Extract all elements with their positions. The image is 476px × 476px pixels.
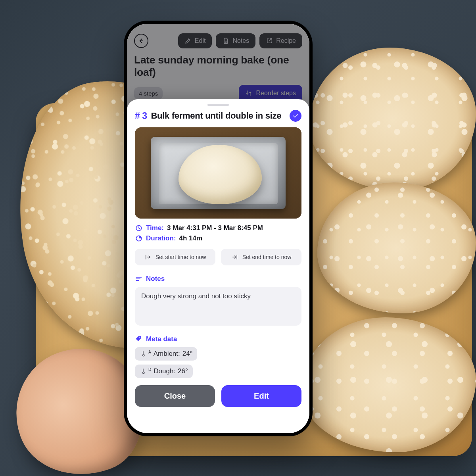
duration-row: Duration: 4h 14m: [135, 234, 301, 242]
dough-value: 26°: [178, 367, 188, 375]
ambient-sup: A: [148, 350, 151, 354]
notes-section-title: Notes: [146, 275, 165, 283]
notes-icon: [135, 275, 143, 283]
thermometer-icon: [140, 368, 147, 375]
time-value: 3 Mar 4:31 PM - 3 Mar 8:45 PM: [167, 224, 263, 232]
bread-slice: [309, 48, 476, 190]
ambient-temp-chip[interactable]: A Ambient: 24°: [135, 347, 197, 361]
duration-icon: [135, 234, 143, 242]
metadata-section-title: Meta data: [146, 335, 177, 343]
step-detail-sheet: # 3 Bulk ferment until double in size Ti…: [127, 99, 309, 433]
dough-label: Dough:: [154, 367, 175, 375]
thermometer-icon: [140, 350, 147, 357]
step-number: # 3: [135, 111, 147, 121]
clock-icon: [135, 224, 143, 232]
edit-step-button-label: Edit: [254, 392, 269, 400]
phone-screen: Edit Notes Recipe Late sunday morning ba…: [127, 24, 309, 433]
start-time-icon: [144, 253, 152, 261]
duration-value: 4h 14m: [179, 234, 203, 242]
set-start-time-button[interactable]: Set start time to now: [135, 249, 215, 265]
tag-icon: [135, 335, 143, 343]
dough-sup: D: [148, 367, 151, 372]
duration-label: Duration:: [146, 234, 176, 242]
step-title: Bulk ferment until double in size: [151, 111, 286, 121]
bread-slice: [317, 182, 476, 313]
time-info: Time: 3 Mar 4:31 PM - 3 Mar 8:45 PM Dura…: [135, 224, 301, 245]
dough-temp-chip[interactable]: D Dough: 26°: [135, 365, 193, 378]
sheet-header: # 3 Bulk ferment until double in size: [135, 110, 301, 122]
set-start-time-label: Set start time to now: [155, 254, 206, 260]
phone-frame: Edit Notes Recipe Late sunday morning ba…: [124, 21, 313, 436]
bread-slice: [301, 317, 476, 452]
check-icon: [292, 112, 299, 119]
step-complete-badge[interactable]: [290, 110, 301, 122]
time-label: Time:: [146, 224, 164, 232]
ambient-label: Ambient:: [154, 350, 180, 358]
metadata-section-label: Meta data: [135, 335, 301, 343]
time-row: Time: 3 Mar 4:31 PM - 3 Mar 8:45 PM: [135, 224, 301, 232]
step-photo[interactable]: [135, 127, 301, 219]
set-end-time-label: Set end time to now: [242, 254, 292, 260]
end-time-icon: [231, 253, 238, 261]
notes-text[interactable]: Dough very strong and not too sticky: [135, 287, 301, 326]
edit-step-button[interactable]: Edit: [221, 385, 301, 407]
close-button-label: Close: [164, 392, 186, 400]
set-end-time-button[interactable]: Set end time to now: [221, 249, 301, 265]
notes-section-label: Notes: [135, 275, 301, 283]
sheet-grabber[interactable]: [207, 104, 229, 106]
close-button[interactable]: Close: [135, 385, 215, 407]
ambient-value: 24°: [182, 350, 193, 358]
